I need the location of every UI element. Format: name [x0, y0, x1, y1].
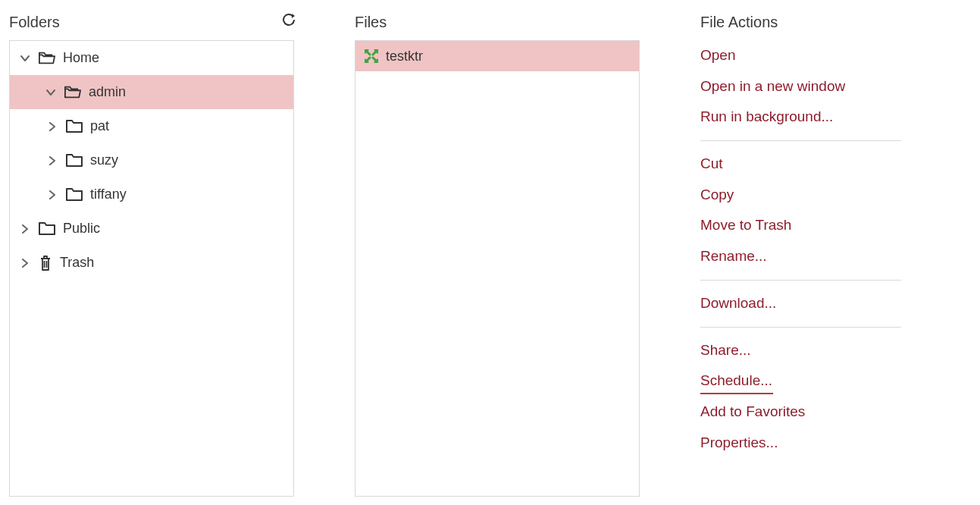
files-list: testktr: [355, 40, 640, 497]
folder-icon: [66, 120, 83, 133]
action-copy[interactable]: Copy: [700, 180, 734, 211]
file-name: testktr: [386, 49, 423, 64]
file-row[interactable]: testktr: [355, 41, 639, 71]
action-runinbackground[interactable]: Run in background...: [700, 102, 833, 133]
action-share[interactable]: Share...: [700, 335, 751, 366]
tree-item-label: pat: [90, 118, 109, 134]
tree-item-label: Home: [63, 50, 99, 66]
folders-column: Folders Home admin pat: [9, 14, 296, 497]
chevron-right-icon[interactable]: [19, 224, 31, 234]
tree-item-trash[interactable]: Trash: [10, 246, 293, 280]
chevron-right-icon[interactable]: [19, 259, 31, 268]
chevron-right-icon[interactable]: [46, 156, 58, 165]
action-download[interactable]: Download...: [700, 288, 776, 319]
tree-item-label: admin: [89, 84, 126, 100]
tree-item-public[interactable]: Public: [10, 212, 293, 246]
action-rename[interactable]: Rename...: [700, 241, 767, 272]
tree-item-suzy[interactable]: suzy: [10, 143, 293, 177]
folders-tree: Home admin pat suzy tiffany: [9, 40, 294, 497]
chevron-right-icon[interactable]: [46, 190, 58, 199]
file-actions-column: File Actions OpenOpen in a new windowRun…: [700, 14, 901, 497]
trash-icon: [39, 255, 52, 271]
action-divider: [700, 280, 901, 281]
tree-item-label: suzy: [90, 152, 118, 168]
chevron-down-icon[interactable]: [45, 88, 57, 97]
tree-item-home[interactable]: Home: [10, 41, 293, 75]
action-openinanewwindow[interactable]: Open in a new window: [700, 71, 845, 102]
tree-item-tiffany[interactable]: tiffany: [10, 177, 293, 212]
refresh-icon[interactable]: [282, 14, 296, 31]
action-open[interactable]: Open: [700, 40, 735, 71]
action-movetotrash[interactable]: Move to Trash: [700, 210, 791, 241]
tree-item-label: Public: [63, 221, 100, 237]
tree-item-label: Trash: [60, 255, 94, 271]
file-actions-list: OpenOpen in a new windowRun in backgroun…: [700, 40, 901, 458]
folder-open-icon: [39, 52, 55, 65]
action-cut[interactable]: Cut: [700, 149, 723, 180]
folder-icon: [66, 154, 83, 168]
tree-item-label: tiffany: [90, 187, 127, 202]
ktr-icon: [365, 49, 378, 63]
tree-item-pat[interactable]: pat: [10, 109, 293, 143]
chevron-right-icon[interactable]: [46, 122, 58, 131]
file-actions-title: File Actions: [700, 14, 778, 31]
tree-item-admin[interactable]: admin: [10, 75, 293, 109]
files-title: Files: [355, 14, 387, 31]
chevron-down-icon[interactable]: [19, 54, 31, 63]
folder-open-icon: [64, 86, 81, 99]
action-schedule[interactable]: Schedule...: [700, 365, 772, 397]
action-properties[interactable]: Properties...: [700, 428, 778, 459]
action-divider: [700, 140, 901, 141]
folder-icon: [66, 188, 83, 202]
folder-icon: [39, 222, 55, 236]
files-column: Files testktr: [355, 14, 641, 497]
action-divider: [700, 327, 901, 328]
action-addtofavorites[interactable]: Add to Favorites: [700, 397, 805, 428]
folders-title: Folders: [9, 14, 60, 31]
